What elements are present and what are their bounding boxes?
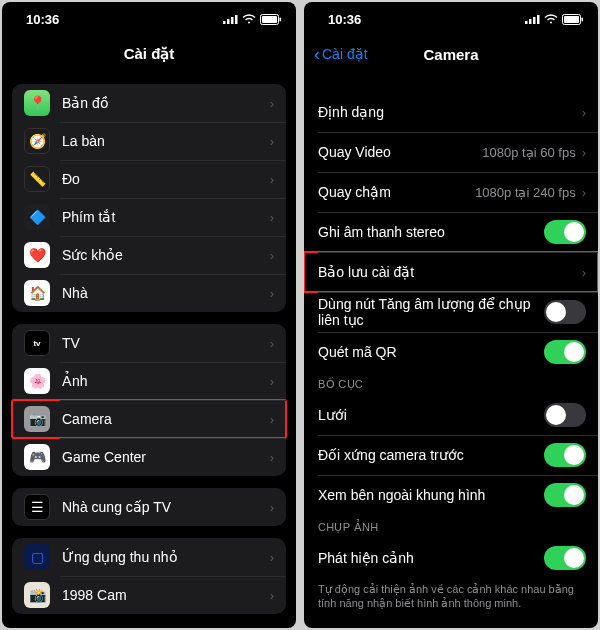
- chevron-right-icon: ›: [270, 412, 274, 427]
- back-button[interactable]: ‹Cài đặt: [314, 45, 368, 63]
- gamecenter-icon: 🎮: [24, 444, 50, 470]
- svg-rect-10: [537, 15, 540, 24]
- svg-rect-5: [262, 16, 277, 23]
- row-measure[interactable]: 📏Đo›: [12, 160, 286, 198]
- row-shortcuts[interactable]: 🔷Phím tắt›: [12, 198, 286, 236]
- toggle-view-outside-frame[interactable]: [544, 483, 586, 507]
- chevron-right-icon: ›: [582, 105, 586, 120]
- home-icon: 🏠: [24, 280, 50, 306]
- status-bar: 10:36: [2, 2, 296, 36]
- nav-bar: ‹Cài đặt Camera: [304, 36, 598, 72]
- chevron-right-icon: ›: [270, 550, 274, 565]
- toggle-mirror-front[interactable]: [544, 443, 586, 467]
- svg-rect-7: [525, 21, 528, 24]
- row-stereo-audio: Ghi âm thanh stereo: [304, 212, 598, 252]
- widget-icon: ▢: [24, 544, 50, 570]
- status-indicators: [223, 14, 282, 25]
- measure-icon: 📏: [24, 166, 50, 192]
- chevron-right-icon: ›: [270, 450, 274, 465]
- row-widget[interactable]: ▢Ứng dụng thu nhỏ›: [12, 538, 286, 576]
- camera-section-composition: Lưới Đối xứng camera trước Xem bên ngoài…: [304, 395, 598, 515]
- nav-bar: Cài đặt: [2, 36, 296, 72]
- row-1998cam[interactable]: 📸1998 Cam›: [12, 576, 286, 614]
- svg-rect-8: [529, 19, 532, 24]
- row-home[interactable]: 🏠Nhà›: [12, 274, 286, 312]
- row-compass[interactable]: 🧭La bàn›: [12, 122, 286, 160]
- row-tvprovider[interactable]: ☰Nhà cung cấp TV›: [12, 488, 286, 526]
- svg-rect-9: [533, 17, 536, 24]
- settings-group-3: ☰Nhà cung cấp TV›: [12, 488, 286, 526]
- maps-icon: 📍: [24, 90, 50, 116]
- chevron-right-icon: ›: [582, 145, 586, 160]
- page-title: Cài đặt: [124, 45, 175, 63]
- chevron-right-icon: ›: [270, 588, 274, 603]
- row-photos[interactable]: 🌸Ảnh›: [12, 362, 286, 400]
- row-health[interactable]: ❤️Sức khỏe›: [12, 236, 286, 274]
- svg-rect-13: [582, 17, 584, 21]
- section-header-composition: BỐ CỤC: [304, 372, 598, 395]
- tvprovider-icon: ☰: [24, 494, 50, 520]
- page-title: Camera: [423, 46, 478, 63]
- photos-icon: 🌸: [24, 368, 50, 394]
- chevron-right-icon: ›: [270, 172, 274, 187]
- row-scene-detection: Phát hiện cảnh: [304, 538, 598, 578]
- row-formats[interactable]: Định dạng›: [304, 92, 598, 132]
- svg-rect-1: [227, 19, 230, 24]
- battery-icon: [562, 14, 584, 25]
- svg-rect-2: [231, 17, 234, 24]
- row-tv[interactable]: tvTV›: [12, 324, 286, 362]
- svg-rect-3: [235, 15, 238, 24]
- wifi-icon: [544, 14, 558, 24]
- toggle-scene-detection[interactable]: [544, 546, 586, 570]
- status-time: 10:36: [26, 12, 59, 27]
- settings-group-1: 📍Bản đồ› 🧭La bàn› 📏Đo› 🔷Phím tắt› ❤️Sức …: [12, 84, 286, 312]
- status-bar: 10:36: [304, 2, 598, 36]
- row-maps[interactable]: 📍Bản đồ›: [12, 84, 286, 122]
- svg-rect-12: [564, 16, 579, 23]
- chevron-left-icon: ‹: [314, 45, 320, 63]
- settings-group-4: ▢Ứng dụng thu nhỏ› 📸1998 Cam›: [12, 538, 286, 614]
- chevron-right-icon: ›: [270, 286, 274, 301]
- row-view-outside-frame: Xem bên ngoài khung hình: [304, 475, 598, 515]
- chevron-right-icon: ›: [582, 185, 586, 200]
- row-record-slomo[interactable]: Quay chậm1080p tại 240 fps›: [304, 172, 598, 212]
- chevron-right-icon: ›: [270, 134, 274, 149]
- toggle-stereo-audio[interactable]: [544, 220, 586, 244]
- compass-icon: 🧭: [24, 128, 50, 154]
- svg-rect-0: [223, 21, 226, 24]
- cellular-icon: [223, 14, 238, 24]
- row-camera[interactable]: 📷Camera›: [12, 400, 286, 438]
- cam1998-icon: 📸: [24, 582, 50, 608]
- health-icon: ❤️: [24, 242, 50, 268]
- wifi-icon: [242, 14, 256, 24]
- toggle-scan-qr[interactable]: [544, 340, 586, 364]
- camera-settings-screen: 10:36 ‹Cài đặt Camera Định dạng› Quay Vi…: [304, 2, 598, 628]
- chevron-right-icon: ›: [270, 96, 274, 111]
- settings-group-2: tvTV› 🌸Ảnh› 📷Camera› 🎮Game Center›: [12, 324, 286, 476]
- battery-icon: [260, 14, 282, 25]
- chevron-right-icon: ›: [582, 265, 586, 280]
- chevron-right-icon: ›: [270, 336, 274, 351]
- settings-screen: 10:36 Cài đặt 📍Bản đồ› 🧭La bàn› 📏Đo› 🔷Ph…: [2, 2, 296, 628]
- row-scan-qr: Quét mã QR: [304, 332, 598, 372]
- status-indicators: [525, 14, 584, 25]
- toggle-grid[interactable]: [544, 403, 586, 427]
- chevron-right-icon: ›: [270, 374, 274, 389]
- camera-section-main: Định dạng› Quay Video1080p tại 60 fps› Q…: [304, 92, 598, 372]
- camera-icon: 📷: [24, 406, 50, 432]
- row-record-video[interactable]: Quay Video1080p tại 60 fps›: [304, 132, 598, 172]
- tv-icon: tv: [24, 330, 50, 356]
- row-preserve-settings[interactable]: Bảo lưu cài đặt›: [304, 252, 598, 292]
- chevron-right-icon: ›: [270, 500, 274, 515]
- footer-note: Tự động cải thiện ảnh về các cảnh khác n…: [304, 578, 598, 611]
- cellular-icon: [525, 14, 540, 24]
- status-time: 10:36: [328, 12, 361, 27]
- row-volume-burst: Dùng nút Tăng âm lượng để chụp liên tục: [304, 292, 598, 332]
- row-mirror-front: Đối xứng camera trước: [304, 435, 598, 475]
- shortcuts-icon: 🔷: [24, 204, 50, 230]
- section-header-photo-capture: CHỤP ẢNH: [304, 515, 598, 538]
- chevron-right-icon: ›: [270, 210, 274, 225]
- camera-section-capture: Phát hiện cảnh: [304, 538, 598, 578]
- row-gamecenter[interactable]: 🎮Game Center›: [12, 438, 286, 476]
- toggle-volume-burst[interactable]: [544, 300, 586, 324]
